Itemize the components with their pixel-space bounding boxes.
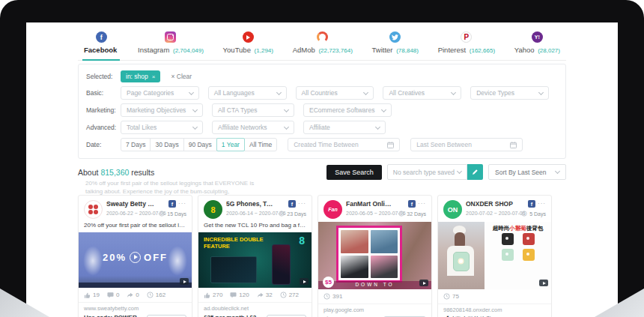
advanced-filter-row: Advanced: Total Likes Affiliate Networks… [86,121,558,134]
selected-chip-in-shop[interactable]: in: shop× [121,70,160,82]
range-1-year-button[interactable]: 1 Year [216,138,245,151]
date-range-segment: 7 Days 30 Days 90 Days 1 Year All Time [121,138,277,151]
pencil-icon [472,169,479,175]
creatives-dropdown[interactable]: All Creatives [383,86,461,100]
days-active: 32 Days [407,211,426,217]
tab-yahoo[interactable]: Y! Yahoo (28,027) [514,31,560,60]
page-categories-dropdown[interactable]: Page Categories [121,86,199,100]
ecommerce-softwares-dropdown[interactable]: ECommerce Softwares [303,103,392,117]
ad-domain-link[interactable]: www.sweatybetty.com [79,302,192,312]
filter-panel: Selected: in: shop× × Clear Basic: Page … [78,64,566,159]
duration-stat: 162 [147,292,165,298]
yahoo-icon: Y! [532,31,543,43]
tab-label: Instagram (2,704,049) [138,46,204,54]
avatar[interactable]: Fan [323,200,342,219]
advertiser-name[interactable]: 5G Phones, Tablets & SIMs | ... [226,200,275,208]
cta-types-dropdown[interactable]: All CTA Types [212,103,294,117]
ad-creative-image[interactable]: 20%OFF [79,232,192,288]
basic-label: Basic: [86,89,121,97]
creative-headline: 超時尚小雛菊後背包 [488,225,547,232]
share-stat: 0 [127,292,139,298]
affiliate-networks-dropdown[interactable]: Affiliate Networks [212,121,294,134]
tab-youtube[interactable]: YouTube (1,294) [223,31,273,60]
more-options-icon[interactable]: ··· [298,202,306,206]
save-search-button[interactable]: Save Search [326,165,382,180]
range-7-days-button[interactable]: 7 Days [121,138,151,151]
tab-twitter[interactable]: Twitter (78,848) [372,31,419,60]
days-active: 15 Days [167,211,186,217]
avatar[interactable] [84,200,103,219]
brand-logo: 8 [299,235,305,247]
ad-creative-image[interactable]: INCREDIBLE DOUBLE FEATURE 8 [198,232,312,288]
avatar[interactable]: 8 [204,200,222,219]
date-filter-row: Date: 7 Days 30 Days 90 Days 1 Year All … [86,138,558,151]
facebook-icon: f [528,200,535,208]
more-options-icon[interactable]: ··· [418,202,426,206]
ad-domain-link[interactable]: play.google.com [318,304,431,313]
tab-admob[interactable]: AdMob (22,723,764) [293,31,353,60]
marketing-filter-row: Marketing: Marketing Objectives All CTA … [86,103,558,117]
languages-dropdown[interactable]: All Languages [208,86,287,100]
avatar[interactable]: ON [443,200,462,219]
tab-facebook[interactable]: f Facebook [84,31,118,60]
countries-dropdown[interactable]: All Countries [296,86,374,100]
saved-search-dropdown[interactable]: No search type saved [387,164,467,180]
range-30-days-button[interactable]: 30 Days [150,138,183,151]
days-active: 5 Days [529,211,546,217]
play-icon[interactable] [130,252,141,263]
like-stat: 270 [204,292,222,298]
range-90-days-button[interactable]: 90 Days [183,138,217,151]
advertiser-name[interactable]: Sweaty Betty London | Wom... [106,200,155,208]
range-all-time-button[interactable]: All Time [244,138,277,151]
marketing-objectives-dropdown[interactable]: Marketing Objectives [121,103,203,117]
chip-close-icon[interactable]: × [152,73,156,80]
sort-dropdown[interactable]: Sort By Last Seen [488,164,566,180]
duration-stat: 75 [443,293,459,300]
days-active: 23 Days [287,211,306,217]
edit-saved-search-button[interactable] [467,164,483,180]
advertiser-name[interactable]: FanMart Online Shopping - F... [346,200,395,208]
ad-domain-link[interactable]: 986208148.onxder.com [438,304,551,313]
ad-card: 8 5G Phones, Tablets & SIMs | ... 2020-0… [198,195,312,317]
chevron-down-icon [284,124,289,129]
video-icon [180,278,189,285]
date-label: Date: [86,141,121,148]
total-likes-dropdown[interactable]: Total Likes [121,121,203,134]
ad-domain-link[interactable]: ad.doubleclick.net [198,302,312,312]
instagram-icon [165,31,176,43]
ad-card: Fan FanMart Online Shopping - F... 2020-… [318,195,432,317]
ad-body-text: Get the new TCL 10 Pro and bag a free TC… [198,222,312,232]
ad-creative-image[interactable]: $5 DOWN TO [318,222,431,289]
date-range: 2020-06-05 ~ 2020-07-06 [346,211,395,216]
tab-pinterest[interactable]: P Pinterest (162,665) [438,31,495,60]
duration-stat: 272 [280,292,299,298]
tab-instagram[interactable]: Instagram (2,704,049) [138,31,204,60]
clock-icon [279,211,285,217]
tab-label: YouTube (1,294) [223,46,273,54]
ad-card: ON ONXDER SHOP 2020-07-02 ~ 2020-07-06 f… [437,195,552,317]
tab-label: Pinterest (162,665) [438,46,495,54]
ad-cards-row: Sweaty Betty London | Wom... 2020-06-22 … [78,195,566,317]
created-time-between-input[interactable]: Created Time Between [288,138,400,151]
comment-stat: 0 [107,292,119,298]
clear-filters-button[interactable]: × Clear [171,73,192,80]
more-options-icon[interactable]: ··· [178,202,186,206]
ad-title: £35 per month | £30 upfront | ... [204,314,263,317]
chevron-down-icon [189,89,194,94]
chevron-down-icon [192,124,198,129]
selected-filter-row: Selected: in: shop× × Clear [86,70,558,82]
clock-icon [398,211,404,217]
advertiser-name[interactable]: ONXDER SHOP [466,200,517,208]
video-icon [539,280,548,286]
calendar-icon [510,142,517,148]
network-tabbar: f Facebook Instagram (2,704,049) YouTube… [78,22,566,61]
last-seen-between-input[interactable]: Last Seen Between [410,138,523,151]
comment-icon [107,292,114,298]
like-stat: 19 [84,292,100,298]
chevron-down-icon [451,89,456,94]
affiliate-dropdown[interactable]: Affiliate [303,121,386,134]
device-types-dropdown[interactable]: Device Types [470,86,549,100]
more-options-icon[interactable]: ··· [538,202,546,206]
share-icon [257,292,264,298]
ad-creative-image[interactable]: 超時尚小雛菊後背包 [438,222,551,289]
